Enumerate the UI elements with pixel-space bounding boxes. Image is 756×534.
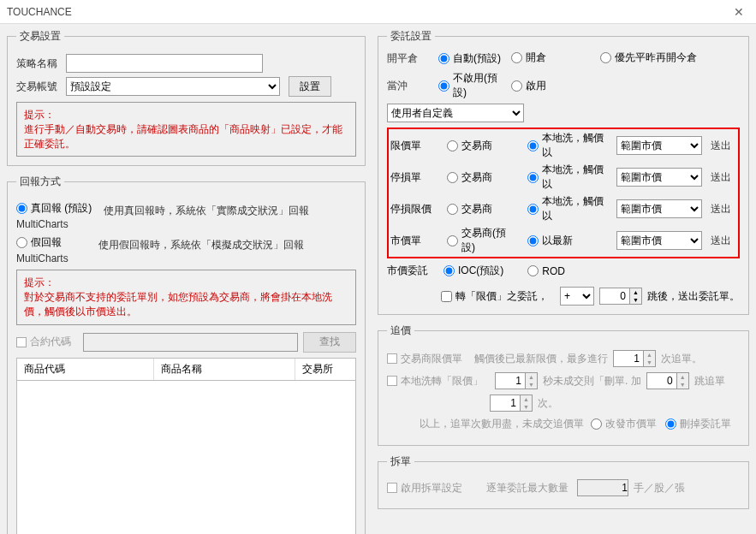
account-label: 交易帳號	[16, 80, 66, 94]
send-2: 送出	[705, 202, 736, 217]
send-1: 送出	[705, 170, 736, 185]
convert-tail: 跳後，送出委託單。	[647, 289, 740, 304]
local-limit-cb[interactable]: 本地洗轉「限價」	[387, 374, 483, 389]
radio-broker-1[interactable]: 交易商	[447, 170, 515, 185]
contract-checkbox[interactable]: 合約代碼	[16, 335, 71, 349]
radio-rod[interactable]: ROD	[527, 265, 565, 277]
send-0: 送出	[705, 139, 736, 153]
strategy-name-input[interactable]	[66, 54, 263, 73]
trans-hint: 提示： 進行手動／自動交易時，請確認圖表商品的「商品映射」已設定，才能正確委託。	[16, 102, 356, 157]
radio-cancelorder[interactable]: 刪掉委託單	[665, 417, 731, 431]
radio-broker-3[interactable]: 交易商(預設)	[447, 226, 515, 255]
contract-input[interactable]	[83, 333, 298, 352]
custom-select[interactable]: 使用者自定義	[387, 104, 524, 122]
sel-2[interactable]: 範圍市價	[616, 199, 702, 218]
radio-fake[interactable]: 假回報	[16, 235, 62, 250]
window-title: TOUCHANCE	[7, 6, 729, 18]
tick-spinner[interactable]: ▲▼	[599, 288, 642, 305]
report-mode: 回報方式 真回報 (預設) 使用真回報時，系統依「實際成交狀況」回報 Multi…	[7, 175, 366, 534]
split-settings: 拆單 啟用拆單設定 逐筆委託最大數量 手／股／張	[378, 454, 749, 509]
label-stoplimit: 停損限價	[390, 202, 443, 217]
radio-broker-2[interactable]: 交易商	[447, 202, 515, 217]
sel-3[interactable]: 範圍市價	[616, 231, 702, 250]
radio-open[interactable]: 開倉	[511, 50, 546, 65]
order-legend: 委託設置	[387, 29, 435, 44]
report-legend: 回報方式	[16, 175, 64, 189]
daytrade-label: 當沖	[387, 79, 438, 93]
sel-0[interactable]: 範圍市價	[616, 136, 702, 155]
radio-closefirst[interactable]: 優先平昨再開今倉	[600, 50, 697, 65]
marketorder-label: 市價委託	[387, 264, 428, 278]
report-hint: 提示： 對於交易商不支持的委託單別，如您預設為交易商，將會掛在本地洗價，觸價後以…	[16, 270, 356, 324]
broker-limit-cb[interactable]: 交易商限價單	[387, 352, 462, 366]
chase-count-2[interactable]: ▲▼	[490, 395, 533, 412]
radio-local-1[interactable]: 本地洗，觸價以	[527, 163, 604, 192]
trans-legend: 交易設置	[16, 29, 64, 44]
radio-enable[interactable]: 啟用	[511, 79, 731, 93]
radio-auto[interactable]: 自動(預設)	[438, 51, 503, 66]
radio-ioc[interactable]: IOC(預設)	[443, 264, 503, 278]
send-3: 送出	[705, 234, 736, 248]
table-head: 商品代碼 商品名稱 交易所	[16, 358, 356, 381]
radio-broker-0[interactable]: 交易商	[447, 139, 515, 153]
radio-real[interactable]: 真回報 (預設)	[16, 201, 92, 216]
sel-1[interactable]: 範圍市價	[616, 168, 702, 187]
set-button[interactable]: 設置	[289, 76, 331, 97]
radio-tomarket[interactable]: 改發市價單	[591, 417, 657, 431]
split-legend: 拆單	[387, 454, 414, 469]
account-select[interactable]: 預設設定	[66, 77, 280, 96]
trans-settings: 交易設置 策略名稱 交易帳號 預設設定 設置 提示： 進行手動／自動交易時，請確…	[7, 29, 366, 166]
chase-sec[interactable]: ▲▼	[495, 372, 538, 389]
chase-legend: 追價	[387, 323, 414, 338]
label-stop: 停損單	[390, 170, 443, 185]
label-market: 市價單	[390, 234, 443, 248]
convert-checkbox[interactable]: 轉「限價」之委託，	[441, 289, 548, 304]
radio-local-3[interactable]: 以最新	[527, 234, 604, 248]
order-settings: 委託設置 開平倉 自動(預設) 開倉 優先平昨再開今倉 當沖 不啟用(預設) 啟…	[378, 29, 749, 315]
close-icon[interactable]: ✕	[729, 5, 749, 19]
order-redbox: 限價單 交易商 本地洗，觸價以 範圍市價 送出 停損單 交易商 本地洗，觸價以 …	[387, 128, 740, 258]
openclose-label: 開平倉	[387, 51, 438, 66]
strategy-label: 策略名稱	[16, 56, 66, 71]
table-body	[16, 381, 356, 534]
split-max-input[interactable]	[577, 479, 628, 496]
radio-local-0[interactable]: 本地洗，觸價以	[527, 131, 604, 160]
radio-disable[interactable]: 不啟用(預設)	[438, 71, 503, 100]
search-button[interactable]: 查找	[303, 332, 356, 353]
chase-count-1[interactable]: ▲▼	[613, 350, 656, 367]
chase-add[interactable]: ▲▼	[646, 372, 689, 389]
plusminus-select[interactable]: +	[560, 287, 594, 306]
label-limit: 限價單	[390, 139, 443, 153]
chase-settings: 追價 交易商限價單 觸價後已最新限價，最多進行 ▲▼ 次追單。 本地洗轉「限價」…	[378, 323, 749, 446]
split-enable-cb[interactable]: 啟用拆單設定	[387, 481, 462, 495]
radio-local-2[interactable]: 本地洗，觸價以	[527, 194, 604, 223]
